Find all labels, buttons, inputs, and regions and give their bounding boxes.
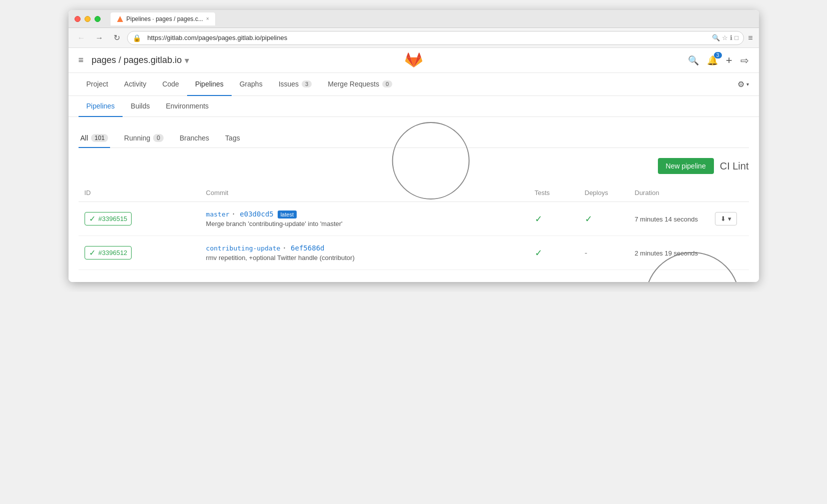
tests-cell-1: ✓ [529,202,579,236]
branch-name-2[interactable]: contributing-update [206,244,281,252]
profile-icon[interactable]: ⇨ [740,54,749,66]
forward-button[interactable]: → [93,32,107,44]
content-area: All 101 Running 0 Branches Tags New pipe… [69,117,759,282]
nav-item-activity[interactable]: Activity [116,73,154,96]
add-icon[interactable]: + [726,54,732,67]
download-button-1[interactable]: ⬇ ▾ [715,212,737,226]
new-pipeline-button[interactable]: New pipeline [658,158,714,174]
nav-pipelines-label: Pipelines [195,80,224,88]
browser-toolbar: ← → ↻ 🔒 https://gitlab.com/pages/pages.g… [69,28,759,48]
issues-badge: 3 [302,80,312,88]
status-check-icon: ✓ [89,214,96,224]
duration-text-2: 2 minutes 19 seconds [635,250,698,257]
toolbar-right: ≡ [748,34,752,42]
tests-cell-2: ✓ [529,236,579,270]
duration-text-1: 7 minutes 14 seconds [635,216,698,223]
sub-nav-environments-label: Environments [166,102,209,110]
commit-cell-1: master · e03d0cd5 latest Merge branch 'c… [200,202,529,236]
actions-cell-1: ⬇ ▾ [709,202,749,236]
header-actions: 🔍 🔔 3 + ⇨ [688,54,749,67]
ci-lint-label[interactable]: CI Lint [720,160,749,172]
col-duration: Duration [629,184,709,202]
pipeline-id-cell-2: ✓ #3396512 [79,236,200,270]
table-row: ✓ #3396515 master · e03d0cd5 latest [79,202,749,236]
nav-item-project[interactable]: Project [79,73,117,96]
sub-nav-environments[interactable]: Environments [158,96,217,117]
deploys-cell-1: ✓ [579,202,629,236]
traffic-yellow[interactable] [85,16,91,22]
filter-all-label: All [81,134,89,142]
table-row: ✓ #3396512 contributing-update · 6ef5686… [79,236,749,270]
url-text: https://gitlab.com/pages/pages.gitlab.io… [144,34,288,42]
filter-running-label: Running [124,134,150,142]
gitlab-header: ≡ pages / pages.gitlab.io ▾ 🔍 [69,48,759,73]
nav-item-issues[interactable]: Issues 3 [271,73,320,96]
nav-item-pipelines[interactable]: Pipelines [187,73,232,96]
main-nav: Project Activity Code Pipelines Graphs I… [69,73,759,96]
col-id: ID [79,184,200,202]
nav-activity-label: Activity [124,80,146,88]
nav-item-merge-requests[interactable]: Merge Requests 0 [320,73,400,96]
nav-graphs-label: Graphs [240,80,263,88]
project-path-text: pages / pages.gitlab.io [92,55,182,66]
filter-tab-running[interactable]: Running 0 [122,129,166,148]
commit-message-1: Merge branch 'contributing-update' into … [206,220,523,228]
branch-name-1[interactable]: master [206,210,230,218]
tab-favicon [117,16,124,22]
browser-tab[interactable]: Pipelines · pages / pages.c... × [111,12,215,26]
back-button[interactable]: ← [75,32,89,44]
col-tests: Tests [529,184,579,202]
pipeline-id-badge[interactable]: ✓ #3396515 [85,212,132,226]
nav-code-label: Code [162,80,179,88]
sub-nav-pipelines[interactable]: Pipelines [79,96,123,117]
menu-icon[interactable]: ≡ [748,34,752,42]
deploys-dash-2: - [585,248,587,257]
sub-nav: Pipelines Builds Environments [69,96,759,117]
filter-tab-all[interactable]: All 101 [79,129,111,148]
filter-branches-label: Branches [180,134,209,142]
download-icon-1: ⬇ [720,215,726,222]
filter-tab-branches[interactable]: Branches [178,129,211,148]
hamburger-menu[interactable]: ≡ [79,55,84,66]
table-header-row: ID Commit Tests Deploys Duration [79,184,749,202]
commit-hash-2[interactable]: 6ef5686d [291,244,324,252]
filter-running-badge: 0 [153,134,164,142]
gear-dropdown-icon: ▾ [746,82,749,87]
table-head: ID Commit Tests Deploys Duration [79,184,749,202]
col-commit: Commit [200,184,529,202]
search-header-icon[interactable]: 🔍 [688,55,699,66]
mr-badge: 0 [382,80,392,88]
traffic-red[interactable] [75,16,81,22]
tests-check-2: ✓ [535,248,542,258]
address-bar-icons: 🔍 ☆ ℹ □ [712,34,738,42]
address-bar[interactable]: 🔒 https://gitlab.com/pages/pages.gitlab.… [127,31,744,45]
nav-item-graphs[interactable]: Graphs [232,73,271,96]
deploys-check-1: ✓ [585,214,592,224]
status-check-icon-2: ✓ [89,248,96,258]
duration-cell-1: 7 minutes 14 seconds [629,202,709,236]
pipeline-id-badge-2[interactable]: ✓ #3396512 [85,246,132,260]
traffic-green-light[interactable] [95,16,101,22]
lock-icon: 🔒 [133,34,141,42]
pipeline-id-text: #3396515 [99,215,128,222]
dropdown-arrow-icon[interactable]: ▾ [185,55,189,66]
filter-all-badge: 101 [91,134,108,142]
sub-nav-builds-label: Builds [131,102,150,110]
nav-item-code[interactable]: Code [154,73,187,96]
gitlab-app: ≡ pages / pages.gitlab.io ▾ 🔍 [69,48,759,282]
filter-tab-tags[interactable]: Tags [223,129,242,148]
commit-hash-1[interactable]: e03d0cd5 [240,210,273,218]
gitlab-logo[interactable] [405,50,423,70]
latest-badge: latest [278,210,297,218]
commit-info-2: contributing-update · 6ef5686d [206,244,523,252]
settings-gear-icon[interactable]: ⚙ ▾ [737,80,749,89]
sub-nav-pipelines-label: Pipelines [87,102,115,110]
tab-close-button[interactable]: × [206,16,209,22]
refresh-button[interactable]: ↻ [111,31,123,44]
project-title: pages / pages.gitlab.io ▾ [92,55,189,66]
col-deploys: Deploys [579,184,629,202]
table-body: ✓ #3396515 master · e03d0cd5 latest [79,202,749,270]
info-icon: ℹ [730,34,732,42]
sub-nav-builds[interactable]: Builds [123,96,158,117]
notification-icon[interactable]: 🔔 3 [707,55,718,66]
